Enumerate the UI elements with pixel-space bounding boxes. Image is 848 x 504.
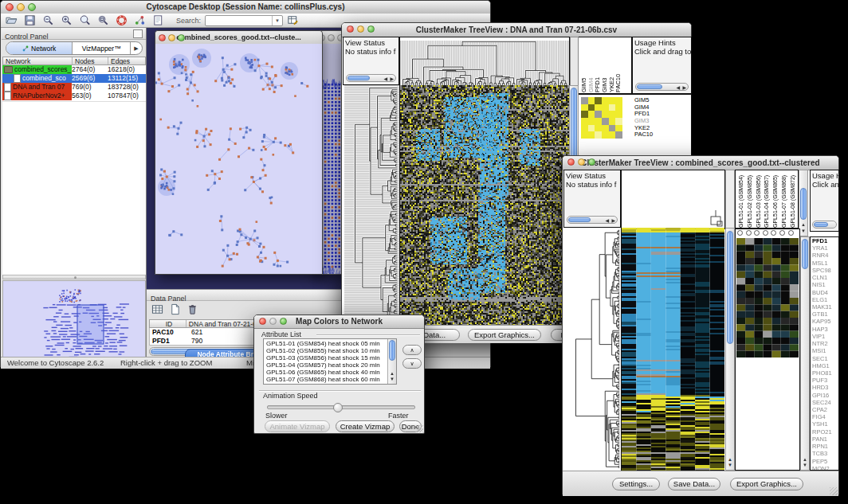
- search-dropdown-icon[interactable]: ▼: [272, 16, 282, 25]
- tab-network[interactable]: Network: [6, 42, 73, 54]
- zoom-out-icon[interactable]: [42, 14, 56, 27]
- attribute-item[interactable]: GPL51-04 (GSM857) heat shock 20 min: [264, 361, 396, 369]
- scroll-up-icon[interactable]: ▲: [801, 457, 809, 463]
- network-row[interactable]: combined_scores_2764(0)16218(0): [2, 65, 146, 74]
- col-id[interactable]: ID: [150, 320, 186, 327]
- gene-label[interactable]: MSI1: [812, 347, 838, 354]
- open-folder-icon[interactable]: [6, 14, 19, 27]
- zoom-heatmap-canvas[interactable]: [736, 238, 799, 357]
- row-dendrogram-canvas[interactable]: [563, 228, 621, 471]
- column-select-circle-icon[interactable]: [763, 230, 768, 236]
- scroll-left-icon[interactable]: ◀: [676, 84, 680, 91]
- column-select-circle-icon[interactable]: [771, 230, 776, 236]
- zoom-matrix[interactable]: [581, 97, 622, 139]
- treeview-dna-titlebar[interactable]: ClusterMaker TreeView : DNA and Tran 07-…: [342, 23, 691, 37]
- scroll-thumb[interactable]: [802, 239, 808, 269]
- help-ring-icon[interactable]: [116, 14, 129, 27]
- array-label[interactable]: GPL51-07 (GSM868): [780, 171, 789, 228]
- top-scroll-strip[interactable]: [570, 37, 579, 86]
- gene-label[interactable]: PHO81: [812, 369, 838, 377]
- usage-hints-scrollbar[interactable]: ◀ ▶: [635, 83, 689, 91]
- gene-label[interactable]: TCB3: [812, 450, 838, 457]
- network-overview-canvas[interactable]: [2, 280, 146, 364]
- animation-slider[interactable]: [267, 405, 415, 409]
- window-controls[interactable]: [159, 34, 185, 41]
- zoom-fit-icon[interactable]: [97, 14, 111, 27]
- attribute-table-icon[interactable]: [287, 14, 300, 27]
- settings-button[interactable]: Settings...: [612, 478, 660, 490]
- network-window-titlebar[interactable]: combined_scores_good.txt--cluste...: [155, 31, 322, 45]
- array-label[interactable]: GPL51-04 (GSM857): [763, 171, 771, 228]
- scroll-right-icon[interactable]: ▶: [611, 217, 615, 224]
- column-select-circles[interactable]: [737, 230, 799, 236]
- annotation-icon[interactable]: [152, 14, 166, 27]
- scroll-thumb[interactable]: [814, 222, 828, 227]
- export-graphics-button[interactable]: Export Graphics...: [730, 478, 803, 490]
- zoom-window-icon[interactable]: [28, 3, 36, 11]
- array-label[interactable]: GPL51-01 (GSM854): [737, 171, 746, 228]
- column-select-circle-icon[interactable]: [754, 230, 760, 236]
- column-select-circle-icon[interactable]: [746, 230, 752, 236]
- scroll-down-icon[interactable]: ▼: [799, 229, 807, 234]
- zoom-column-label[interactable]: PAC10: [615, 39, 622, 92]
- gene-label[interactable]: ELG1: [812, 296, 838, 303]
- attribute-item[interactable]: GPL51-07 (GSM868) heat shock 60 min: [264, 376, 396, 383]
- column-select-circle-icon[interactable]: [779, 230, 785, 236]
- col-network[interactable]: Network: [3, 57, 73, 64]
- gene-list-scrollbar[interactable]: ▲ ▼: [800, 236, 810, 471]
- attribute-item[interactable]: GPL51-01 (GSM854) heat shock 05 min: [264, 340, 396, 347]
- row-dendrogram-canvas[interactable]: [343, 85, 399, 325]
- gene-label[interactable]: GTB1: [812, 311, 838, 318]
- gene-label[interactable]: SPC98: [812, 267, 838, 274]
- array-label[interactable]: GPL51-08 (GSM872): [789, 171, 798, 228]
- window-controls[interactable]: [6, 3, 36, 11]
- gene-label[interactable]: PUF3: [812, 377, 838, 384]
- gene-label[interactable]: NTR2: [812, 340, 838, 347]
- top-scroll-strip[interactable]: [725, 170, 735, 229]
- heatmap-vscrollbar[interactable]: ▲ ▼: [725, 228, 735, 471]
- column-select-circle-icon[interactable]: [737, 230, 743, 236]
- gene-label[interactable]: PEP5: [812, 458, 838, 465]
- scroll-up-icon[interactable]: ▲: [388, 371, 396, 377]
- gene-label[interactable]: CPA2: [812, 406, 838, 413]
- gene-label[interactable]: SEC1: [812, 355, 838, 362]
- gene-label[interactable]: HMG1: [812, 362, 838, 369]
- resize-grip-icon[interactable]: [416, 425, 423, 432]
- gene-label[interactable]: YSH1: [812, 420, 838, 428]
- move-down-button[interactable]: ∨: [402, 358, 422, 369]
- search-input[interactable]: ▼: [205, 15, 283, 26]
- array-labels-scrollbar[interactable]: ▲ ▼: [799, 170, 808, 236]
- close-icon[interactable]: [567, 158, 575, 166]
- network-row[interactable]: DNA and Tran 07769(0)183728(0): [2, 83, 146, 92]
- gene-label[interactable]: MSL1: [812, 260, 838, 267]
- scroll-down-icon[interactable]: ▼: [726, 463, 734, 468]
- close-icon[interactable]: [159, 34, 166, 41]
- gene-label[interactable]: RNR4: [812, 252, 838, 259]
- minimize-icon[interactable]: [17, 3, 25, 11]
- float-panel-icon[interactable]: [133, 29, 143, 38]
- scroll-up-icon[interactable]: ▲: [799, 222, 807, 228]
- attribute-item[interactable]: GPL51-03 (GSM856) heat shock 15 min: [264, 354, 396, 361]
- network-row[interactable]: combined_sco2569(6)13112(15): [2, 74, 146, 83]
- main-titlebar[interactable]: Cytoscape Desktop (Session Name: collins…: [1, 1, 490, 14]
- usage-hints-scrollbar[interactable]: [812, 221, 837, 229]
- panel-splitter[interactable]: [2, 275, 146, 279]
- close-icon[interactable]: [6, 3, 14, 11]
- gene-label[interactable]: MON2: [812, 465, 838, 471]
- scroll-thumb[interactable]: [727, 231, 733, 344]
- attribute-listbox[interactable]: GPL51-01 (GSM854) heat shock 05 min GPL5…: [263, 338, 397, 385]
- window-controls[interactable]: [567, 158, 595, 166]
- attribute-list-scrollbar[interactable]: ▲ ▼: [387, 339, 396, 384]
- zoom-actual-icon[interactable]: [79, 14, 92, 27]
- close-icon[interactable]: [259, 318, 266, 325]
- scroll-thumb[interactable]: [568, 217, 591, 222]
- save-icon[interactable]: [24, 14, 37, 27]
- heatmap-canvas[interactable]: [399, 85, 569, 325]
- gene-label[interactable]: HRD3: [812, 384, 838, 391]
- col-nodes[interactable]: Nodes: [73, 57, 108, 64]
- zoom-window-icon[interactable]: [280, 318, 287, 325]
- array-label[interactable]: GPL51-03 (GSM856): [755, 171, 764, 228]
- gene-label[interactable]: KAP95: [812, 318, 838, 325]
- array-label[interactable]: GPL51-02 (GSM855): [746, 171, 755, 228]
- window-controls[interactable]: [259, 318, 287, 325]
